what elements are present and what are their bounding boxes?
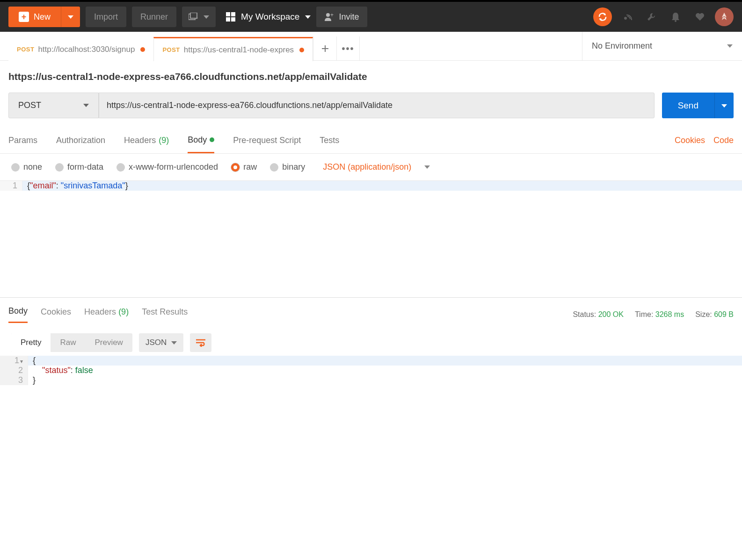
format-select[interactable]: JSON (139, 333, 183, 352)
request-tab[interactable]: POST https://us-central1-node-expres (153, 37, 313, 61)
body-type-urlencoded[interactable]: x-www-form-urlencoded (116, 162, 218, 172)
code-line-content: { (28, 356, 742, 366)
send-dropdown[interactable] (714, 93, 734, 118)
svg-point-5 (624, 17, 627, 20)
runner-button[interactable]: Runner (132, 7, 176, 27)
method-value: POST (18, 101, 41, 110)
plus-icon (321, 45, 329, 52)
import-button[interactable]: Import (86, 7, 126, 27)
unsaved-indicator (299, 48, 304, 52)
svg-text:+: + (330, 13, 334, 18)
grid-icon (226, 12, 235, 22)
response-toolbar: Pretty Raw Preview JSON (0, 327, 742, 356)
response-tab-headers[interactable]: Headers (9) (84, 307, 129, 323)
url-input[interactable] (99, 93, 655, 118)
tab-title: http://localhost:3030/signup (38, 45, 135, 54)
line-number: 1▾ (0, 356, 28, 366)
content-type-select[interactable]: JSON (application/json) (323, 162, 411, 172)
caret-down-icon (305, 15, 311, 19)
caret-down-icon (68, 15, 73, 19)
body-type-formdata[interactable]: form-data (55, 162, 103, 172)
fold-icon[interactable]: ▾ (20, 358, 23, 365)
bell-icon[interactable] (666, 7, 685, 26)
svg-text:+: + (195, 15, 198, 21)
send-button-group: Send (662, 93, 734, 118)
caret-down-icon (171, 341, 177, 345)
code-line-content: {"email": "srinivasTamada"} (22, 181, 742, 191)
plus-icon: + (19, 12, 29, 22)
response-tab-body[interactable]: Body (8, 306, 28, 323)
code-line-content: "status": false (28, 366, 742, 375)
radio-icon (116, 163, 125, 172)
radio-icon (231, 163, 240, 172)
response-tab-cookies[interactable]: Cookies (41, 307, 71, 323)
svg-point-3 (326, 13, 330, 17)
environment-selector[interactable]: No Environment (582, 32, 742, 60)
method-select[interactable]: POST (8, 93, 99, 118)
body-type-row: none form-data x-www-form-urlencoded raw… (0, 154, 742, 180)
caret-down-icon (83, 104, 89, 107)
top-toolbar: + New Import Runner + My Workspace + Inv… (0, 0, 742, 32)
new-button-label: New (34, 12, 51, 22)
new-button-dropdown[interactable] (61, 7, 80, 27)
request-subtabs: Params Authorization Headers (9) Body Pr… (0, 128, 742, 154)
request-body-editor[interactable]: 1 {"email": "srinivasTamada"} (0, 180, 742, 293)
wrap-toggle[interactable] (190, 333, 211, 352)
send-button[interactable]: Send (662, 93, 714, 118)
body-type-binary[interactable]: binary (270, 162, 305, 172)
invite-button[interactable]: + Invite (316, 7, 367, 27)
view-pretty[interactable]: Pretty (11, 333, 51, 352)
radio-icon (55, 163, 64, 172)
heart-icon[interactable] (691, 7, 709, 26)
environment-label: No Environment (592, 41, 652, 51)
tab-body[interactable]: Body (188, 128, 214, 153)
body-indicator (210, 137, 214, 142)
wrap-icon (195, 338, 206, 347)
line-number: 1 (0, 181, 22, 191)
radio-icon (270, 163, 278, 172)
tab-authorization[interactable]: Authorization (56, 128, 105, 153)
request-name[interactable]: https://us-central1-node-express-ea766.c… (0, 61, 742, 93)
response-body-viewer[interactable]: 1▾ { 2 "status": false 3 } (0, 356, 742, 385)
tab-prerequest[interactable]: Pre-request Script (233, 128, 301, 153)
response-tabs: Body Cookies Headers (9) Test Results St… (0, 298, 742, 327)
caret-down-icon (424, 165, 430, 169)
rocket-icon (719, 12, 729, 22)
time-label: Time: 3268 ms (635, 310, 684, 319)
url-row: POST Send (0, 93, 742, 128)
view-raw[interactable]: Raw (51, 333, 85, 352)
tab-title: https://us-central1-node-expres (184, 45, 294, 55)
svg-point-6 (675, 20, 677, 22)
user-avatar[interactable] (715, 7, 734, 26)
response-tab-testresults[interactable]: Test Results (142, 307, 188, 323)
line-number: 3 (0, 375, 28, 385)
subtabs-right: Cookies Code (675, 136, 734, 145)
satellite-icon[interactable] (618, 7, 636, 26)
tab-headers[interactable]: Headers (9) (124, 128, 169, 153)
body-type-none[interactable]: none (11, 162, 42, 172)
sync-icon (597, 12, 608, 22)
add-tab-button[interactable] (313, 36, 336, 61)
window-plus-icon: + (189, 13, 199, 21)
ellipsis-icon: ••• (342, 43, 355, 54)
request-tab[interactable]: POST http://localhost:3030/signup (8, 37, 153, 61)
code-line-content: } (28, 375, 742, 385)
tab-options-button[interactable]: ••• (336, 36, 360, 61)
tab-tests[interactable]: Tests (320, 128, 339, 153)
new-button-group: + New (8, 7, 80, 27)
sync-button[interactable] (593, 7, 612, 26)
wrench-icon[interactable] (642, 7, 661, 26)
new-window-button[interactable]: + (182, 7, 216, 27)
line-number: 2 (0, 366, 28, 375)
workspace-selector[interactable]: My Workspace (226, 12, 311, 22)
unsaved-indicator (140, 47, 145, 52)
workspace-label: My Workspace (241, 12, 299, 22)
status-label: Status: 200 OK (573, 310, 624, 319)
method-badge: POST (17, 46, 34, 53)
cookies-link[interactable]: Cookies (675, 136, 705, 145)
body-type-raw[interactable]: raw (231, 162, 257, 172)
code-link[interactable]: Code (713, 136, 734, 145)
tab-params[interactable]: Params (8, 128, 37, 153)
view-preview[interactable]: Preview (85, 333, 132, 352)
new-button[interactable]: + New (8, 7, 61, 27)
